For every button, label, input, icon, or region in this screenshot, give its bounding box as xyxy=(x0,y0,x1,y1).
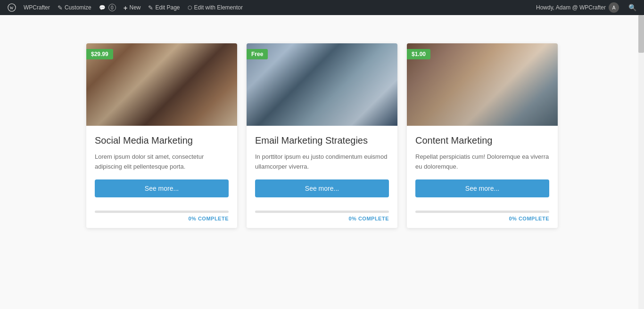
edit-page-label: Edit Page xyxy=(155,4,180,11)
page-content: $29.99 Social Media Marketing Lorem ipsu… xyxy=(0,15,644,309)
pencil-icon xyxy=(58,4,63,11)
cards-container: $29.99 Social Media Marketing Lorem ipsu… xyxy=(63,43,581,228)
card-body-2: Email Marketing Strategies In porttitor … xyxy=(247,126,397,211)
search-button[interactable]: 🔍 xyxy=(625,4,640,11)
progress-bar-container-3 xyxy=(415,211,549,213)
card-image-3: $1.00 xyxy=(407,43,558,126)
scrollbar-track[interactable] xyxy=(638,15,644,309)
avatar: A xyxy=(609,2,619,13)
search-icon: 🔍 xyxy=(628,4,636,11)
price-badge-2: Free xyxy=(247,49,268,59)
card-desc-3: Repellat perspiciatis cum! Doloremque ea… xyxy=(415,152,549,172)
howdy-section[interactable]: Howdy, Adam @ WPCrafter A xyxy=(532,2,623,13)
card-image-2: Free xyxy=(247,43,397,126)
card-footer-3: 0% COMPLETE xyxy=(407,211,558,228)
card-image-1: $29.99 xyxy=(86,43,237,126)
edit-page-pencil-icon xyxy=(148,4,153,11)
price-badge-3: $1.00 xyxy=(407,49,430,59)
card-footer-2: 0% COMPLETE xyxy=(247,211,397,228)
card-title-1: Social Media Marketing xyxy=(95,134,229,146)
complete-label-2: 0% COMPLETE xyxy=(255,216,389,221)
customize-item[interactable]: Customize xyxy=(54,0,95,15)
card-footer-1: 0% COMPLETE xyxy=(86,211,237,228)
edit-elementor-label: Edit with Elementor xyxy=(194,4,243,11)
card-body-1: Social Media Marketing Lorem ipsum dolor… xyxy=(86,126,237,211)
scrollbar-thumb[interactable] xyxy=(638,15,644,53)
wp-logo-item[interactable]: W xyxy=(4,0,20,15)
edit-page-item[interactable]: Edit Page xyxy=(144,0,183,15)
card-title-3: Content Marketing xyxy=(415,134,549,146)
elementor-icon: ⬡ xyxy=(188,5,192,11)
complete-label-3: 0% COMPLETE xyxy=(415,216,549,221)
howdy-text: Howdy, Adam @ WPCrafter xyxy=(536,4,606,11)
plus-icon xyxy=(124,4,128,12)
new-label: New xyxy=(129,4,140,11)
complete-label-1: 0% COMPLETE xyxy=(95,216,229,221)
card-desc-2: In porttitor ipsum eu justo condimentum … xyxy=(255,152,389,172)
card-title-2: Email Marketing Strategies xyxy=(255,134,389,146)
site-name-item[interactable]: WPCrafter xyxy=(20,0,54,15)
customize-label: Customize xyxy=(65,4,91,11)
course-card-3: $1.00 Content Marketing Repellat perspic… xyxy=(407,43,558,228)
course-card-2: Free Email Marketing Strategies In portt… xyxy=(247,43,397,228)
course-card-1: $29.99 Social Media Marketing Lorem ipsu… xyxy=(86,43,237,228)
comment-count: 0 xyxy=(108,4,116,11)
comment-icon xyxy=(99,4,106,11)
site-name-label: WPCrafter xyxy=(24,4,50,11)
edit-elementor-item[interactable]: ⬡ Edit with Elementor xyxy=(184,0,247,15)
new-item[interactable]: New xyxy=(120,0,145,15)
progress-bar-container-1 xyxy=(95,211,229,213)
card-body-3: Content Marketing Repellat perspiciatis … xyxy=(407,126,558,211)
comments-item[interactable]: 0 xyxy=(95,0,120,15)
admin-bar: W WPCrafter Customize 0 New Edit Page ⬡ … xyxy=(0,0,644,15)
adminbar-right: Howdy, Adam @ WPCrafter A 🔍 xyxy=(532,2,640,13)
see-more-button-2[interactable]: See more... xyxy=(255,179,389,197)
see-more-button-1[interactable]: See more... xyxy=(95,179,229,197)
svg-text:W: W xyxy=(10,6,14,10)
see-more-button-3[interactable]: See more... xyxy=(415,179,549,197)
card-desc-1: Lorem ipsum dolor sit amet, consectetur … xyxy=(95,152,229,172)
progress-bar-container-2 xyxy=(255,211,389,213)
price-badge-1: $29.99 xyxy=(86,49,113,59)
